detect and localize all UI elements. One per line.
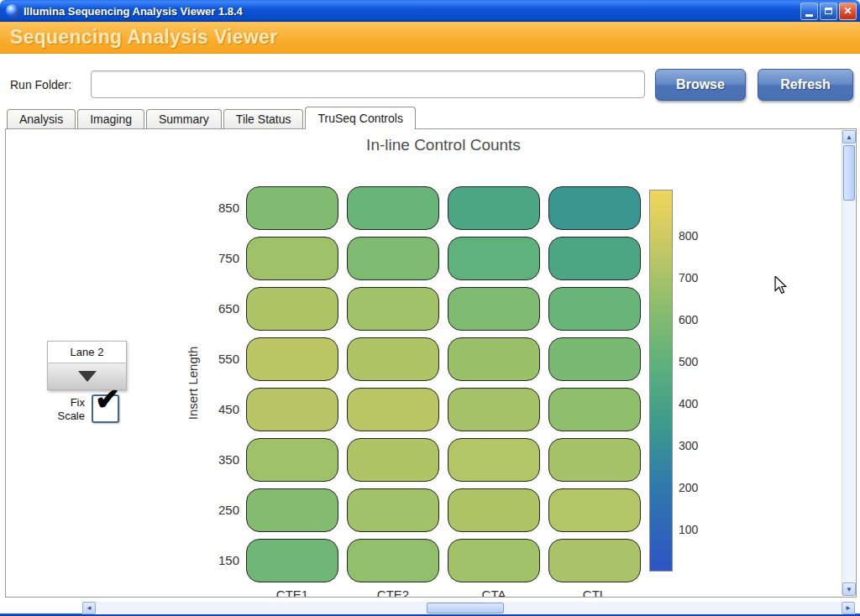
minimize-button[interactable] <box>800 3 818 20</box>
colorbar-tick-label: 100 <box>679 523 717 536</box>
colorbar-tick-label: 300 <box>679 439 717 452</box>
x-tick-label: CTA <box>448 587 540 598</box>
maximize-button[interactable] <box>820 3 837 20</box>
horizontal-scrollbar[interactable]: ◄ ► <box>82 602 855 614</box>
heatmap-cell <box>448 337 540 381</box>
heatmap-cell <box>347 488 439 532</box>
heatmap-cell <box>548 438 641 482</box>
colorbar-tick-label: 200 <box>679 481 717 494</box>
arrow-right-icon: ► <box>845 604 852 612</box>
heatmap-cell <box>347 438 439 482</box>
run-folder-input[interactable] <box>91 70 645 98</box>
heatmap-cell <box>246 539 338 582</box>
heatmap-cell <box>448 488 540 532</box>
y-tick-label: 550 <box>179 352 239 366</box>
y-axis-label: Insert Length <box>186 333 200 434</box>
heatmap-cell <box>548 287 641 331</box>
scroll-down-button[interactable]: ▼ <box>842 582 856 596</box>
colorbar-tick-label: 400 <box>679 397 717 410</box>
heatmap-cell <box>246 237 338 280</box>
app-icon <box>6 4 19 18</box>
heatmap-cell <box>246 186 338 230</box>
heatmap-cell <box>246 388 338 431</box>
heatmap-cell <box>347 287 439 331</box>
run-folder-label: Run Folder: <box>10 78 71 91</box>
colorbar-tick-label: 500 <box>679 355 717 368</box>
y-tick-label: 750 <box>179 251 239 265</box>
vertical-scrollbar-thumb[interactable] <box>843 145 855 201</box>
tab-summary[interactable]: Summary <box>146 109 222 128</box>
heatmap-cell <box>548 539 641 582</box>
heatmap-cell <box>246 488 338 532</box>
heatmap-cell <box>347 237 439 280</box>
tab-truseq-controls[interactable]: TruSeq Controls <box>305 107 415 129</box>
y-tick-label: 150 <box>179 553 239 567</box>
colorbar-tick-label: 800 <box>679 229 717 243</box>
banner-title: Sequencing Analysis Viewer <box>10 26 277 49</box>
fix-scale-label-line2: Scale <box>45 410 85 423</box>
app-window: Illumina Sequencing Analysis Viewer 1.8.… <box>0 0 860 616</box>
close-button[interactable]: ✕ <box>839 3 857 20</box>
heatmap-cell <box>448 539 540 582</box>
heatmap-cell <box>448 388 540 431</box>
lane-selector-value: Lane 2 <box>48 342 126 363</box>
window-title: Illumina Sequencing Analysis Viewer 1.8.… <box>24 5 799 18</box>
fix-scale-label-line1: Fix <box>45 396 85 410</box>
minimize-icon <box>805 14 813 17</box>
heatmap-cell <box>448 186 540 230</box>
chart-title: In-line Control Counts <box>246 136 641 154</box>
title-bar: Illumina Sequencing Analysis Viewer 1.8.… <box>0 0 860 22</box>
heatmap-cell <box>347 539 439 582</box>
heatmap-cell <box>548 488 641 532</box>
colorbar-tick-label: 600 <box>679 313 717 326</box>
app-banner: Sequencing Analysis Viewer <box>0 22 860 54</box>
horizontal-scrollbar-thumb[interactable] <box>427 603 504 613</box>
heatmap-cell <box>448 287 540 331</box>
chevron-down-icon <box>78 371 97 382</box>
check-icon: ✔ <box>95 384 120 415</box>
arrow-down-icon: ▼ <box>846 586 852 593</box>
y-tick-label: 850 <box>179 201 239 215</box>
close-icon: ✕ <box>843 6 852 16</box>
heatmap-cell <box>246 337 338 381</box>
heatmap-cell <box>347 337 439 381</box>
browse-button[interactable]: Browse <box>655 69 746 101</box>
tab-tile-status[interactable]: Tile Status <box>223 109 304 128</box>
heatmap-cell <box>246 438 338 482</box>
fix-scale-label: Fix Scale <box>45 396 85 423</box>
y-tick-label: 250 <box>179 503 239 517</box>
tab-analysis[interactable]: Analysis <box>7 109 76 128</box>
heatmap-cell <box>548 237 641 280</box>
vertical-scrollbar[interactable]: ▲ ▼ <box>842 130 855 596</box>
y-tick-label: 650 <box>179 301 239 316</box>
refresh-button[interactable]: Refresh <box>758 69 853 101</box>
content-panel: In-line Control Counts Insert Length Lan… <box>5 128 857 598</box>
tab-imaging[interactable]: Imaging <box>77 109 144 128</box>
y-tick-label: 350 <box>179 452 239 467</box>
arrow-left-icon: ◄ <box>86 604 92 612</box>
heatmap-cell <box>347 388 439 431</box>
scroll-up-button[interactable]: ▲ <box>842 130 856 144</box>
heatmap-cell <box>548 337 641 381</box>
colorbar-tick-label: 700 <box>679 271 717 285</box>
heatmap-cell <box>448 438 540 482</box>
maximize-icon <box>825 8 832 14</box>
tab-strip: AnalysisImagingSummaryTile StatusTruSeq … <box>7 106 417 128</box>
scroll-right-button[interactable]: ► <box>842 602 855 614</box>
arrow-up-icon: ▲ <box>846 133 852 141</box>
heatmap-cell <box>347 186 439 230</box>
x-tick-label: CTE2 <box>347 587 439 598</box>
heatmap-cell <box>548 388 641 431</box>
x-tick-label: CTE1 <box>246 587 338 598</box>
y-tick-label: 450 <box>179 402 239 416</box>
scroll-left-button[interactable]: ◄ <box>82 602 96 614</box>
heatmap-cell <box>548 186 641 230</box>
fix-scale-checkbox[interactable]: ✔ <box>92 394 119 423</box>
x-tick-label: CTL <box>548 587 641 598</box>
mouse-cursor <box>773 276 789 295</box>
heatmap-cell <box>246 287 338 331</box>
heatmap-cell <box>448 237 540 280</box>
colorbar <box>649 190 673 572</box>
